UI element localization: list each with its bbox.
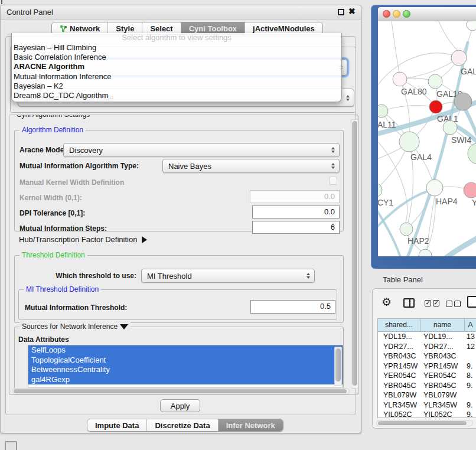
algorithm-popup-item[interactable]: Mutual Information Inference	[12, 72, 341, 81]
table-row[interactable]: YER054C YER054C 8.	[378, 371, 476, 381]
network-node[interactable]	[399, 132, 419, 152]
table-row[interactable]: YBL079W YBL079W	[378, 390, 476, 400]
network-node[interactable]	[468, 143, 476, 164]
kernel-width-field[interactable]: 0.0	[250, 190, 340, 203]
mi-threshold-field[interactable]: 0.5	[250, 300, 335, 314]
manual-kernel-checkbox[interactable]	[329, 177, 337, 185]
aracne-mode-label: Aracne Mode:	[19, 146, 66, 154]
table-row[interactable]: YDL19... YDL19... 13	[378, 332, 476, 342]
network-node[interactable]	[419, 249, 432, 256]
deselect-all-checkboxes-icon[interactable]	[446, 301, 461, 307]
network-node-label: HAP4	[436, 197, 458, 206]
network-node[interactable]	[467, 21, 476, 31]
algorithm-popup-item[interactable]: Bayesian – K2	[12, 81, 341, 91]
network-view-window[interactable]: GAL7GAL80GAL10GAL1GAL11SWI4GAL4GCY1HAP4Y…	[371, 5, 476, 269]
column-header-clipped[interactable]: A	[465, 319, 476, 331]
mi-threshold-definition-title: MI Threshold Definition	[24, 285, 101, 294]
network-nodes[interactable]: GAL7GAL80GAL10GAL1GAL11SWI4GAL4GCY1HAP4Y…	[378, 21, 476, 256]
zoom-traffic-light[interactable]	[403, 10, 410, 18]
algorithm-popup-item[interactable]: Dream8 DC_TDC Algorithm	[12, 91, 341, 100]
attribute-list-item[interactable]: BetweennessCentrality	[28, 365, 343, 375]
network-icon	[60, 25, 67, 32]
algorithm-popup-item[interactable]: Basic Correlation Inference	[12, 53, 341, 62]
which-threshold-combo[interactable]: MI Threshold	[141, 269, 315, 283]
hub-tf-expander[interactable]: Hub/Transcription Factor Definition	[19, 235, 147, 244]
network-node[interactable]	[464, 182, 476, 198]
network-node-label: Y	[472, 198, 476, 207]
network-node[interactable]	[454, 93, 472, 110]
close-icon[interactable]: ✖	[348, 6, 356, 16]
aracne-mode-combo[interactable]: Discovery	[63, 143, 340, 157]
network-node[interactable]	[378, 183, 382, 197]
tab-network[interactable]: Network	[52, 22, 107, 34]
mi-type-combo[interactable]: Naive Bayes	[162, 159, 340, 173]
table-row[interactable]: YIL052C YIL052C 9.	[378, 410, 476, 418]
table-function-icon[interactable]	[467, 296, 476, 308]
mi-threshold-definition-group: MI Threshold Definition Mutual Informati…	[18, 289, 337, 320]
minimized-panel-button[interactable]	[5, 441, 17, 450]
sources-group-title: Sources for Network Inference	[19, 322, 131, 331]
settings-vertical-scrollbar[interactable]	[351, 119, 358, 389]
network-node[interactable]	[428, 74, 442, 89]
network-node[interactable]	[451, 50, 467, 66]
tab-infer-network[interactable]: Infer Network	[218, 419, 283, 431]
column-header-name[interactable]: name	[420, 319, 465, 331]
table-row[interactable]: YBR043C YBR043C	[378, 351, 476, 361]
collapse-arrow-icon	[120, 324, 128, 330]
column-header-shared-name[interactable]: shared...	[378, 319, 420, 331]
data-attributes-list[interactable]: SelfLoopsTopologicalCoefficientBetweenne…	[28, 345, 343, 387]
network-node-label: GCY1	[378, 198, 393, 207]
dpi-tolerance-field[interactable]: 0.0	[252, 206, 340, 219]
combo-arrows-icon	[331, 163, 335, 169]
control-panel-titlebar: Control Panel ✖	[1, 5, 361, 19]
dpi-tolerance-label: DPI Tolerance [0,1]:	[19, 209, 85, 217]
data-attributes-label: Data Attributes	[18, 335, 69, 344]
network-node[interactable]	[400, 223, 413, 236]
network-node-label: GAL7	[461, 67, 476, 76]
table-row[interactable]: YDR27... YDR27... 12	[378, 342, 476, 352]
settings-horizontal-scrollbar[interactable]	[12, 388, 350, 394]
table-row[interactable]: YPR145W YPR145W 9.	[378, 361, 476, 371]
table-row[interactable]: YBR045C YBR045C 9.	[378, 381, 476, 391]
tab-style[interactable]: Style	[107, 22, 142, 34]
minimize-traffic-light[interactable]	[393, 10, 400, 18]
algorithm-definition-title: Algorithm Definition	[19, 126, 86, 134]
network-node-label: HAP2	[407, 236, 429, 246]
tab-network-label: Network	[70, 24, 100, 33]
apply-button[interactable]: Apply	[160, 399, 200, 412]
network-canvas[interactable]: GAL7GAL80GAL10GAL1GAL11SWI4GAL4GCY1HAP4Y…	[378, 21, 476, 256]
tab-select[interactable]: Select	[142, 22, 180, 34]
network-node[interactable]	[429, 100, 442, 113]
select-all-checkboxes-icon[interactable]: ✓✓	[425, 300, 439, 306]
network-node[interactable]	[426, 180, 443, 196]
manual-kernel-label: Manual Kernel Width Definition	[19, 178, 124, 187]
threshold-definition-title: Threshold Definition	[19, 251, 87, 259]
attribute-list-item[interactable]: gal4RGexp	[28, 375, 343, 385]
network-node[interactable]	[443, 120, 457, 135]
dpi-tolerance-value: 0.0	[324, 207, 335, 216]
apply-button-label: Apply	[171, 402, 190, 410]
float-window-icon[interactable]	[338, 9, 344, 15]
kernel-width-value: 0.0	[324, 192, 335, 201]
network-node[interactable]	[378, 105, 388, 118]
tab-jactivemnodules[interactable]: jActiveMNodules	[244, 22, 322, 34]
tab-impute-data[interactable]: Impute Data	[87, 419, 146, 431]
attribute-list-scrollbar[interactable]	[334, 347, 342, 386]
close-traffic-light[interactable]	[383, 10, 390, 18]
algorithm-popup-item[interactable]: ARACNE Algorithm	[12, 62, 341, 71]
attribute-list-item[interactable]: SelfLoops	[28, 345, 343, 356]
tab-cyni-toolbox[interactable]: Cyni Toolbox	[181, 22, 244, 34]
table-horizontal-scrollbar[interactable]	[376, 420, 473, 426]
network-node[interactable]	[393, 72, 407, 86]
attribute-list-item[interactable]: TopologicalCoefficient	[28, 356, 343, 366]
network-window-titlebar[interactable]	[378, 7, 476, 21]
gear-icon[interactable]: ⚙	[382, 295, 392, 309]
which-threshold-label: Which threshold to use:	[19, 272, 136, 280]
algorithm-popup-item[interactable]: Bayesian – Hill Climbing	[12, 43, 341, 53]
mi-steps-field[interactable]: 6	[252, 221, 340, 234]
tab-discretize-data[interactable]: Discretize Data	[146, 419, 217, 431]
columns-icon[interactable]	[403, 298, 415, 308]
table-row[interactable]: YLR345W YLR345W 9.	[378, 400, 476, 410]
mi-threshold-value: 0.5	[320, 302, 331, 311]
sources-group: Sources for Network Inference Data Attri…	[14, 327, 344, 395]
